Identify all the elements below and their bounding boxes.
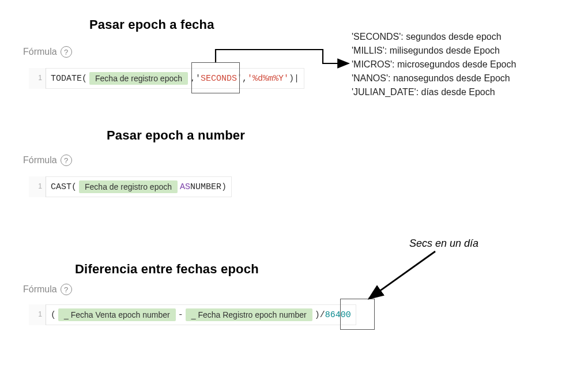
help-icon[interactable]: ? [61,284,72,295]
formula-row-2[interactable]: 1 CAST( Fecha de registro epoch AS NUMBE… [29,176,232,197]
close-1: )| [289,74,299,84]
code-3[interactable]: ( _ Fecha Venta epoch number - _ Fecha R… [46,304,356,325]
formula-row-3[interactable]: 1 ( _ Fecha Venta epoch number - _ Fecha… [29,304,356,325]
code-1[interactable]: TODATE( Fecha de registro epoch , ' SECO… [46,68,304,89]
section1-heading: Pasar epoch a fecha [89,17,214,32]
units-line-1: 'SECONDS': segundos desde epoch [352,30,516,44]
as-keyword: AS [180,182,190,192]
section2-heading: Pasar epoch a number [107,128,245,143]
formula-label-3-text: Fórmula [23,284,57,295]
open-paren-3: ( [51,310,56,320]
section3-heading: Diferencia entre fechas epoch [75,262,259,277]
formula-label-1: Fórmula ? [23,46,72,58]
todate-func: TODATE( [51,74,87,84]
units-line-3: 'MICROS': microsegundos desde Epoch [352,58,516,71]
help-icon[interactable]: ? [61,46,72,58]
format-arg: '%d%m%Y' [247,74,289,84]
units-line-2: 'MILLIS': milisegundos desde Epoch [352,44,516,58]
epoch-units-list: 'SECONDS': segundos desde epoch 'MILLIS'… [352,30,516,99]
formula-label-2-text: Fórmula [23,155,57,165]
close-2: ) [221,182,227,192]
callout-box-86400 [340,299,375,330]
gutter-1: 1 [29,68,46,89]
comma-1b: , [242,74,247,84]
cast-func: CAST( [51,182,77,192]
formula-label-1-text: Fórmula [23,47,57,57]
minus-op: - [178,310,183,320]
callout-box-seconds [191,62,240,93]
chip-field-3a: _ Fecha Venta epoch number [58,308,176,321]
close-div: )/ [315,310,325,320]
chip-field-2: Fecha de registro epoch [79,180,178,193]
secs-per-day-caption: Secs en un día [409,238,478,250]
code-2[interactable]: CAST( Fecha de registro epoch AS NUMBER … [46,176,232,197]
formula-row-1[interactable]: 1 TODATE( Fecha de registro epoch , ' SE… [29,68,304,89]
chip-field-1: Fecha de registro epoch [89,72,188,85]
units-line-4: 'NANOS': nanosegundos desde Epoch [352,71,516,85]
gutter-2: 1 [29,176,46,197]
number-type: NUMBER [190,182,221,192]
chip-field-3b: _ Fecha Registro epoch number [186,308,312,321]
gutter-3: 1 [29,304,46,325]
units-line-5: 'JULIAN_DATE': días desde Epoch [352,85,516,99]
formula-label-2: Fórmula ? [23,155,72,166]
help-icon[interactable]: ? [61,155,72,166]
formula-label-3: Fórmula ? [23,284,72,295]
